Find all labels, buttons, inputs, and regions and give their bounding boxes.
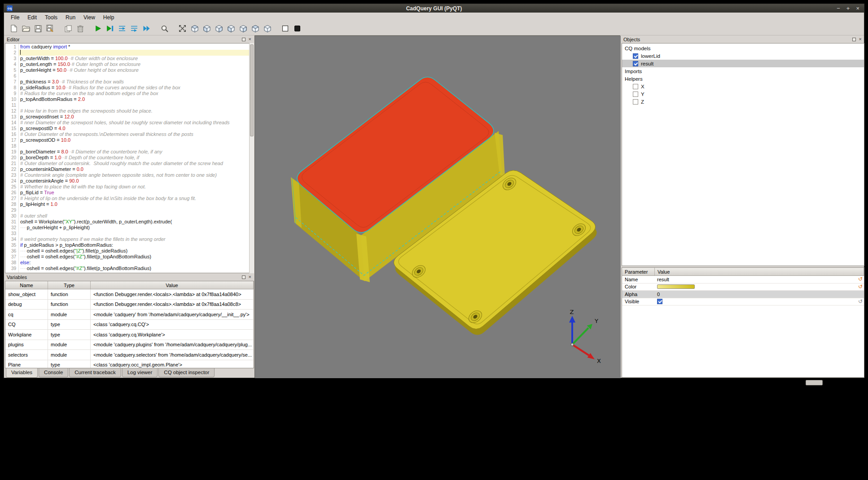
tab-current-traceback[interactable]: Current traceback	[69, 368, 121, 377]
code-line[interactable]: p_outerHeight = 50.0··# Outer height of …	[20, 67, 254, 73]
code-line[interactable]	[19, 50, 254, 56]
menu-run[interactable]: Run	[61, 13, 79, 22]
code-line[interactable]: # Whether to place the lid with the top …	[20, 184, 254, 190]
code-line[interactable]: # weird geometry happens if we make the …	[20, 236, 254, 242]
menu-tools[interactable]: Tools	[41, 13, 61, 22]
tab-console[interactable]: Console	[39, 368, 68, 377]
minimize-button[interactable]: −	[837, 4, 840, 12]
menu-file[interactable]: File	[7, 13, 23, 22]
code-line[interactable]: p_screwpostInset = 12.0	[20, 114, 254, 120]
visibility-checkbox[interactable]	[633, 84, 638, 89]
color-swatch[interactable]	[657, 284, 695, 289]
code-line[interactable]: # Height of lip on the underside of the …	[20, 196, 254, 201]
code-line[interactable]	[20, 207, 254, 213]
code-line[interactable]: p_sideRadius = 10.0··# Radius for the cu…	[20, 85, 254, 91]
code-line[interactable]: # Outer diameter of countersink. Should …	[20, 161, 254, 166]
float-panel-icon[interactable]	[242, 38, 245, 41]
code-line[interactable]: p_outerWidth = 100.0··# Outer width of b…	[20, 56, 254, 61]
tree-item-imports[interactable]: Imports	[622, 67, 864, 75]
code-line[interactable]	[20, 102, 254, 108]
variable-row[interactable]: Workplanetype<class 'cadquery.cq.Workpla…	[5, 330, 254, 340]
copy-button[interactable]	[62, 23, 74, 35]
view-back-button[interactable]	[237, 23, 249, 35]
editor-scrollbar[interactable]	[249, 43, 254, 273]
new-file-button[interactable]	[8, 23, 20, 35]
parameter-value[interactable]: result↺	[655, 277, 864, 282]
parameter-value[interactable]: 0	[655, 292, 864, 297]
viewport-3d[interactable]: Z Y X	[254, 35, 620, 378]
save-button[interactable]	[32, 23, 44, 35]
visibility-checkbox[interactable]	[633, 53, 638, 59]
code-line[interactable]: p_countersinkAngle = 90.0	[20, 178, 254, 184]
tab-variables[interactable]: Variables	[6, 368, 38, 378]
view-right-button[interactable]	[225, 23, 237, 35]
scrollbar-thumb[interactable]	[250, 44, 254, 136]
continue-button[interactable]	[140, 23, 153, 35]
visibility-checkbox[interactable]	[633, 92, 638, 97]
menu-edit[interactable]: Edit	[23, 13, 41, 22]
code-line[interactable]: # Radius for the curves on the top and b…	[20, 91, 254, 96]
variable-row[interactable]: cqmodule<module 'cadquery' from '/home/a…	[5, 310, 254, 320]
view-left-button[interactable]	[201, 23, 213, 35]
view-front-button[interactable]	[213, 23, 225, 35]
step-over-button[interactable]	[116, 23, 128, 35]
variable-row[interactable]: debugfunction<function Debugger.render.<…	[5, 300, 254, 310]
tree-item-lowerlid[interactable]: lowerLid	[622, 52, 864, 60]
debug-button[interactable]	[104, 23, 116, 35]
menu-view[interactable]: View	[79, 13, 99, 22]
save-as-button[interactable]	[44, 23, 56, 35]
column-header-value[interactable]: Value	[655, 268, 864, 275]
visible-checkbox[interactable]	[657, 299, 662, 304]
code-line[interactable]: # outer shell	[20, 213, 254, 219]
tab-cq-object-inspector[interactable]: CQ object inspector	[158, 368, 215, 377]
code-line[interactable]: # Outer Diameter of the screwposts.\nDet…	[20, 131, 254, 137]
column-header-name[interactable]: Name	[5, 281, 48, 289]
code-line[interactable]: ····oshell = oshell.edges("#Z").fillet(p…	[20, 254, 254, 260]
open-file-button[interactable]	[20, 23, 32, 35]
code-lines[interactable]: from cadquery import *p_outerWidth = 100…	[19, 44, 254, 273]
code-line[interactable]: if p_sideRadius > p_topAndBottomRadius:	[20, 242, 254, 248]
close-panel-icon[interactable]: ×	[859, 37, 862, 41]
variable-row[interactable]: show_objectfunction<function Debugger.re…	[5, 289, 254, 300]
code-line[interactable]: p_thickness = 3.0··# Thickness of the bo…	[20, 79, 254, 85]
visibility-checkbox[interactable]	[633, 61, 638, 66]
float-panel-icon[interactable]	[852, 38, 856, 41]
fit-view-button[interactable]	[176, 23, 189, 35]
stop-button[interactable]	[291, 23, 303, 35]
menu-help[interactable]: Help	[99, 13, 118, 22]
tree-item-y[interactable]: Y	[622, 90, 864, 98]
maximize-button[interactable]: +	[846, 4, 850, 12]
code-line[interactable]	[20, 143, 254, 149]
column-header-parameter[interactable]: Parameter	[622, 268, 655, 275]
parameter-row-color[interactable]: Color↺	[622, 284, 864, 291]
code-line[interactable]: p_topAndBottomRadius = 2.0	[20, 96, 254, 102]
code-line[interactable]: p_screwpostOD = 10.0	[20, 137, 254, 143]
tree-item-cq-models[interactable]: CQ models	[622, 44, 864, 52]
code-line[interactable]: p_countersinkDiameter = 0.0	[20, 166, 254, 172]
parameter-row-visible[interactable]: Visible↺	[622, 298, 864, 306]
variable-row[interactable]: CQtype<class 'cadquery.cq.CQ'>	[5, 320, 254, 330]
code-line[interactable]: # How far in from the edges the screwpos…	[20, 108, 254, 114]
column-header-value[interactable]: Value	[91, 281, 254, 289]
tree-item-result[interactable]: result	[622, 60, 864, 67]
variable-row[interactable]: Planetype<class 'cadquery.occ_impl.geom.…	[5, 360, 254, 369]
code-line[interactable]: p_boreDiameter = 8.0··# Diameter of the …	[20, 149, 254, 155]
step-into-button[interactable]	[128, 23, 140, 35]
variable-row[interactable]: selectorsmodule<module 'cadquery.selecto…	[5, 350, 254, 360]
titlebar[interactable]: cq CadQuery GUI (PyQT) − + ×	[4, 4, 864, 13]
view-top-button[interactable]	[249, 23, 261, 35]
code-line[interactable]: from cadquery import *	[20, 44, 254, 50]
parameter-row-name[interactable]: Nameresult↺	[622, 276, 864, 284]
code-line[interactable]: # Countersink angle (complete angle betw…	[20, 172, 254, 178]
close-panel-icon[interactable]: ×	[249, 37, 251, 41]
parameter-value[interactable]: ↺	[655, 299, 864, 304]
tab-log-viewer[interactable]: Log viewer	[122, 368, 158, 377]
view-iso-button[interactable]	[189, 23, 201, 35]
variable-row[interactable]: pluginsmodule<module 'cadquery.plugins' …	[5, 340, 254, 350]
code-line[interactable]: p_lipHeight = 1.0	[20, 201, 254, 207]
tree-item-x[interactable]: X	[622, 83, 864, 90]
code-line[interactable]: else:	[20, 260, 254, 266]
view-bottom-button[interactable]	[261, 23, 273, 35]
code-line[interactable]: ····oshell = oshell.edges("#Z").fillet(p…	[20, 266, 254, 271]
code-line[interactable]: p_screwpostID = 4.0	[20, 126, 254, 131]
